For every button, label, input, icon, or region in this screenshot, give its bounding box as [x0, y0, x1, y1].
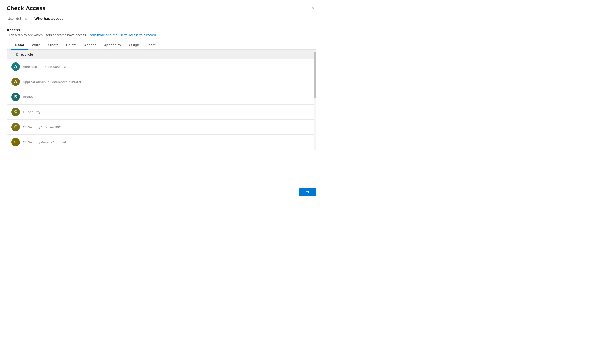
access-desc-text: Click a tab to see which users or teams …	[7, 33, 88, 37]
user-name: C1 SecurityApprover1001	[23, 125, 62, 129]
avatar-initial: A	[14, 65, 17, 69]
user-row: A Administrator AccessUser Role1	[7, 59, 316, 74]
user-list-outer: ⌄ Direct role A Administrator AccessUser…	[7, 50, 316, 150]
perm-tab-append[interactable]: Append	[81, 41, 100, 49]
avatar: C	[11, 123, 20, 131]
avatar-initial: A	[14, 80, 17, 84]
perm-tab-append-to[interactable]: Append to	[100, 41, 125, 49]
avatar: C	[11, 138, 20, 146]
avatar-initial: B	[14, 95, 17, 99]
avatar: A	[11, 63, 20, 71]
check-access-dialog: Check Access × User details Who has acce…	[0, 0, 323, 200]
access-heading: Access	[7, 28, 316, 32]
user-name: C1 SecurityManageApproval	[23, 141, 66, 144]
user-name: ApplicationAdminSystemAdministrator	[23, 80, 81, 84]
dialog-title: Check Access	[7, 5, 45, 11]
dialog-footer: Ok	[0, 185, 323, 200]
content-area: Access Click a tab to see which users or…	[0, 24, 323, 185]
tab-user-details[interactable]: User details	[7, 14, 31, 23]
perm-tab-delete[interactable]: Delete	[62, 41, 81, 49]
user-name: Administrator AccessUser Role1	[23, 65, 71, 68]
user-name: Briana	[23, 95, 33, 99]
user-row: C C1 Security	[7, 104, 316, 120]
direct-role-header[interactable]: ⌄ Direct role	[7, 50, 316, 59]
user-name: C1 Security	[23, 110, 40, 114]
close-button[interactable]: ×	[310, 5, 316, 12]
learn-more-link[interactable]: Learn more about a user's access to a re…	[88, 33, 157, 37]
permission-tabs: Read Write Create Delete Append Append t…	[7, 41, 316, 50]
perm-tab-read[interactable]: Read	[11, 41, 28, 49]
perm-tab-assign[interactable]: Assign	[125, 41, 143, 49]
chevron-down-icon: ⌄	[11, 53, 14, 56]
avatar-initial: C	[14, 110, 17, 114]
avatar-initial: C	[14, 140, 17, 144]
perm-tab-write[interactable]: Write	[28, 41, 44, 49]
scrollbar-thumb[interactable]	[314, 52, 316, 99]
avatar: C	[11, 108, 20, 116]
scrollbar-track	[314, 50, 316, 150]
dialog-header: Check Access ×	[0, 0, 323, 14]
user-list-container[interactable]: ⌄ Direct role A Administrator AccessUser…	[7, 50, 316, 150]
perm-tab-share[interactable]: Share	[143, 41, 160, 49]
access-description: Click a tab to see which users or teams …	[7, 33, 316, 37]
avatar-initial: C	[14, 125, 17, 129]
user-row: C C1 SecurityApprover1001	[7, 120, 316, 135]
avatar: B	[11, 93, 20, 101]
direct-role-label: Direct role	[16, 52, 33, 56]
perm-tab-create[interactable]: Create	[44, 41, 63, 49]
user-row: A ApplicationAdminSystemAdministrator	[7, 74, 316, 90]
user-row: B Briana	[7, 90, 316, 104]
ok-button[interactable]: Ok	[299, 188, 316, 196]
top-tabs-nav: User details Who has access	[0, 14, 323, 24]
tab-who-has-access[interactable]: Who has access	[33, 14, 67, 23]
avatar: A	[11, 78, 20, 86]
user-row: C C1 SecurityManageApproval	[7, 135, 316, 150]
